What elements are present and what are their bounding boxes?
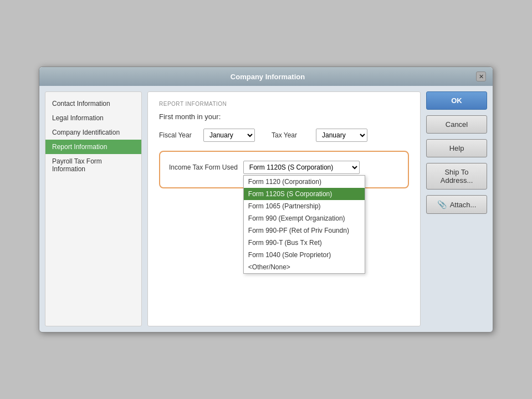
dropdown-item-1065[interactable]: Form 1065 (Partnership) bbox=[244, 200, 365, 212]
button-panel: OK Cancel Help Ship To Address... 📎 Atta… bbox=[426, 91, 487, 326]
fiscal-year-select[interactable]: January February March April May June Ju… bbox=[203, 129, 255, 142]
paperclip-icon: 📎 bbox=[437, 200, 447, 209]
sidebar-item-company-identification[interactable]: Company Identification bbox=[45, 125, 141, 140]
help-button[interactable]: Help bbox=[426, 139, 487, 157]
income-tax-dropdown-container: Form 1120 (Corporation) Form 1120S (S Co… bbox=[243, 161, 360, 174]
tax-year-label: Tax Year bbox=[272, 131, 310, 139]
dropdown-item-990t[interactable]: Form 990-T (Bus Tx Ret) bbox=[244, 237, 365, 249]
fiscal-tax-year-row: Fiscal Year January February March April… bbox=[159, 129, 409, 142]
sidebar-item-report-information[interactable]: Report Information bbox=[45, 140, 141, 154]
dropdown-item-1120s[interactable]: Form 1120S (S Corporation) bbox=[244, 188, 365, 200]
dialog-titlebar: Company Information ✕ bbox=[39, 67, 493, 86]
income-tax-form-section: Income Tax Form Used Form 1120 (Corporat… bbox=[159, 151, 409, 188]
attach-button[interactable]: 📎 Attach... bbox=[426, 195, 487, 214]
sidebar: Contact Information Legal Information Co… bbox=[45, 91, 142, 326]
income-tax-dropdown-list: Form 1120 (Corporation) Form 1120S (S Co… bbox=[243, 175, 365, 274]
sidebar-item-contact-information[interactable]: Contact Information bbox=[45, 96, 141, 111]
income-tax-row: Income Tax Form Used Form 1120 (Corporat… bbox=[169, 161, 399, 174]
company-information-dialog: Company Information ✕ Contact Informatio… bbox=[39, 66, 493, 332]
sidebar-item-legal-information[interactable]: Legal Information bbox=[45, 111, 141, 125]
income-tax-select[interactable]: Form 1120 (Corporation) Form 1120S (S Co… bbox=[243, 161, 360, 174]
dialog-title: Company Information bbox=[59, 73, 476, 81]
attach-label: Attach... bbox=[450, 201, 477, 209]
dropdown-item-1040[interactable]: Form 1040 (Sole Proprietor) bbox=[244, 249, 365, 261]
close-button[interactable]: ✕ bbox=[476, 71, 486, 81]
fiscal-year-label: Fiscal Year bbox=[159, 131, 198, 139]
dropdown-item-990pf[interactable]: Form 990-PF (Ret of Priv Foundn) bbox=[244, 224, 365, 237]
dropdown-item-other[interactable]: <Other/None> bbox=[244, 261, 365, 273]
first-month-label: First month in your: bbox=[159, 112, 409, 121]
section-label: REPORT INFORMATION bbox=[159, 101, 409, 107]
ship-to-address-button[interactable]: Ship To Address... bbox=[426, 163, 487, 190]
sidebar-item-payroll-tax-form-information[interactable]: Payroll Tax Form Information bbox=[45, 154, 141, 176]
dropdown-item-1120[interactable]: Form 1120 (Corporation) bbox=[244, 176, 365, 188]
dropdown-item-990[interactable]: Form 990 (Exempt Organization) bbox=[244, 212, 365, 224]
income-tax-label: Income Tax Form Used bbox=[169, 163, 238, 171]
dialog-body: Contact Information Legal Information Co… bbox=[39, 86, 493, 332]
tax-year-select[interactable]: January February March April May June Ju… bbox=[316, 129, 367, 142]
cancel-button[interactable]: Cancel bbox=[426, 115, 487, 134]
main-content: REPORT INFORMATION First month in your: … bbox=[147, 91, 421, 326]
ok-button[interactable]: OK bbox=[426, 91, 487, 110]
